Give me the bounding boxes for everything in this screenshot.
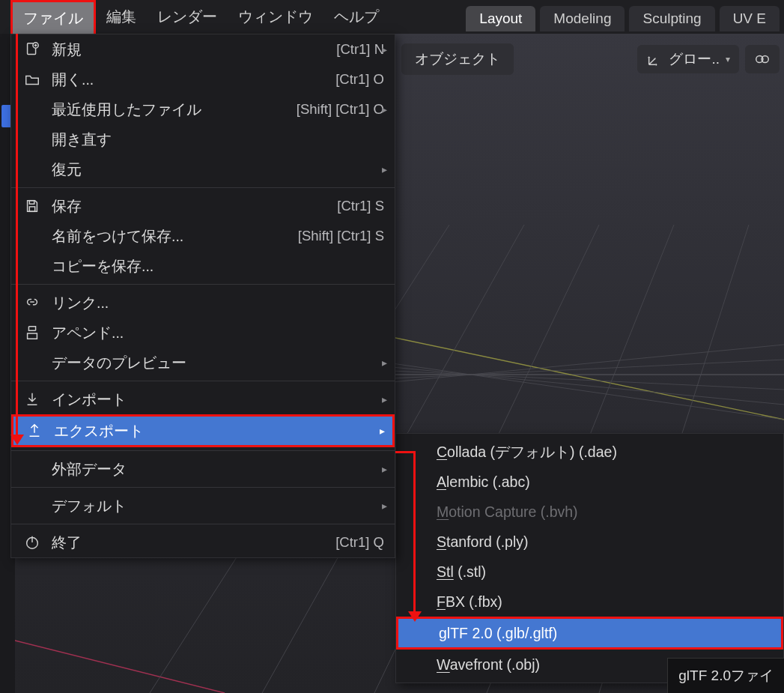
snap-icon <box>754 51 771 67</box>
menu-render[interactable]: レンダー <box>147 0 228 34</box>
menu-defaults-label: デフォルト <box>52 496 127 516</box>
export-submenu: Collada (デフォルト) (.dae) Alembic (.abc) Mo… <box>395 433 784 683</box>
export-mocap: Motion Capture (.bvh) <box>396 497 783 527</box>
orientation-label: グロー.. <box>669 49 720 69</box>
menu-external[interactable]: 外部データ <box>11 454 395 484</box>
menu-quit-label: 終了 <box>52 533 82 553</box>
mode-object[interactable]: オブジェクト <box>401 43 514 75</box>
menu-new[interactable]: 新規 [Ctr1] N <box>11 34 395 64</box>
menu-revert[interactable]: 開き直す <box>11 124 395 154</box>
menu-edit[interactable]: 編集 <box>96 0 147 34</box>
menu-save[interactable]: 保存 [Ctr1] S <box>11 191 395 221</box>
separator <box>11 187 395 188</box>
separator <box>11 524 395 524</box>
menu-append[interactable]: アペンド... <box>11 318 395 348</box>
orientation-icon <box>646 51 663 67</box>
menu-new-shortcut: [Ctr1] N <box>336 41 384 58</box>
export-stanford[interactable]: Stanford (.ply) <box>396 527 783 557</box>
save-icon <box>23 197 41 215</box>
new-icon <box>23 40 41 58</box>
menu-recent[interactable]: 最近使用したファイル [Shift] [Ctr1] O <box>11 94 395 124</box>
menu-recent-shortcut: [Shift] [Ctr1] O <box>297 101 384 118</box>
menu-revert-label: 開き直す <box>52 130 112 150</box>
separator <box>11 487 395 488</box>
menu-save-label: 保存 <box>52 196 82 217</box>
menu-recover-label: 復元 <box>52 160 82 180</box>
menu-open[interactable]: 開く... [Ctr1] O <box>11 64 395 94</box>
menu-external-label: 外部データ <box>52 459 127 479</box>
menu-saveas-label: 名前をつけて保存... <box>52 226 183 246</box>
menu-defaults[interactable]: デフォルト <box>11 491 395 521</box>
link-icon <box>23 294 41 312</box>
file-menu-dropdown: 新規 [Ctr1] N 開く... [Ctr1] O 最近使用したファイル [S… <box>10 34 395 558</box>
transform-orientation[interactable]: グロー.. ▾ <box>637 45 739 73</box>
svg-rect-18 <box>29 207 34 211</box>
power-icon <box>23 533 41 551</box>
menu-save-shortcut: [Ctr1] S <box>337 198 384 214</box>
tooltip: glTF 2.0ファイ <box>667 658 784 693</box>
menu-export[interactable]: エクスポート <box>11 414 395 447</box>
menu-quit-shortcut: [Ctr1] Q <box>335 534 384 551</box>
snap-toggle[interactable] <box>745 45 780 73</box>
export-stl[interactable]: Stl (.stl) <box>396 557 783 587</box>
export-icon <box>25 422 43 440</box>
menu-preview[interactable]: データのプレビュー <box>11 348 395 378</box>
svg-rect-17 <box>29 201 34 205</box>
export-fbx[interactable]: FBX (.fbx) <box>396 587 783 617</box>
workspace-tabs: Layout Modeling Sculpting UV E <box>461 0 784 34</box>
menu-saveas[interactable]: 名前をつけて保存... [Shift] [Ctr1] S <box>11 221 395 251</box>
import-icon <box>23 390 41 408</box>
menu-savecopy-label: コピーを保存... <box>52 256 154 276</box>
menu-saveas-shortcut: [Shift] [Ctr1] S <box>298 228 384 244</box>
menu-help[interactable]: ヘルプ <box>323 0 389 34</box>
menu-savecopy[interactable]: コピーを保存... <box>11 251 395 281</box>
menu-export-label: エクスポート <box>54 421 144 441</box>
menu-append-label: アペンド... <box>52 323 124 343</box>
menu-link[interactable]: リンク... <box>11 288 395 318</box>
menu-import-label: インポート <box>52 390 127 410</box>
menu-import[interactable]: インポート <box>11 384 395 414</box>
menu-recover[interactable]: 復元 <box>11 154 395 184</box>
tab-sculpting[interactable]: Sculpting <box>629 6 714 31</box>
menu-quit[interactable]: 終了 [Ctr1] Q <box>11 527 395 557</box>
tab-uv[interactable]: UV E <box>720 6 780 31</box>
append-icon <box>23 324 41 342</box>
tab-modeling[interactable]: Modeling <box>540 6 625 31</box>
separator <box>11 450 395 451</box>
menu-window[interactable]: ウィンドウ <box>228 0 323 34</box>
separator <box>11 284 395 285</box>
menu-open-shortcut: [Ctr1] O <box>335 71 384 88</box>
export-alembic[interactable]: Alembic (.abc) <box>396 467 783 497</box>
tab-layout[interactable]: Layout <box>466 6 535 31</box>
separator <box>11 381 395 381</box>
svg-line-2 <box>0 637 225 693</box>
export-gltf[interactable]: glTF 2.0 (.glb/.gltf) <box>396 617 783 650</box>
menubar: ファイル 編集 レンダー ウィンドウ ヘルプ Layout Modeling S… <box>0 0 784 34</box>
folder-icon <box>23 70 41 88</box>
menu-link-label: リンク... <box>52 293 109 313</box>
chevron-down-icon: ▾ <box>726 54 730 64</box>
menu-recent-label: 最近使用したファイル <box>52 100 201 120</box>
menu-new-label: 新規 <box>52 40 82 60</box>
menu-file[interactable]: ファイル <box>10 0 96 34</box>
menu-open-label: 開く... <box>52 70 94 90</box>
export-collada[interactable]: Collada (デフォルト) (.dae) <box>396 437 783 467</box>
menu-preview-label: データのプレビュー <box>52 353 186 373</box>
